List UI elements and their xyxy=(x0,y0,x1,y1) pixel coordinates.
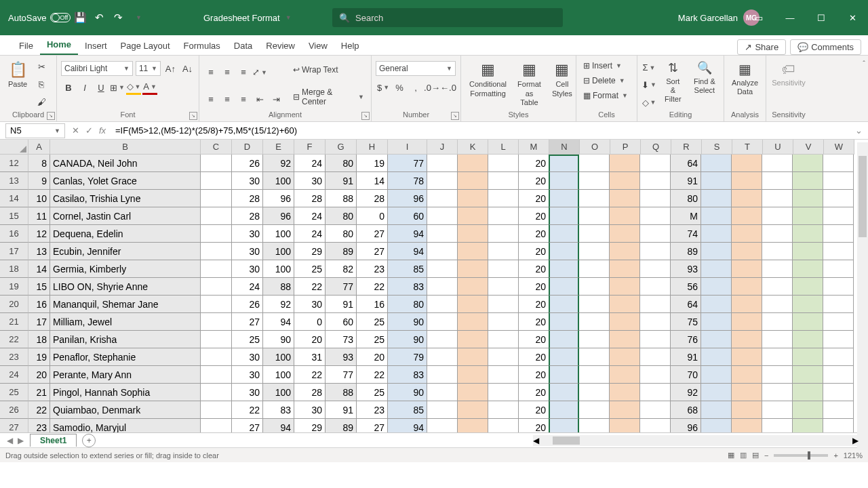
cell[interactable]: 92 xyxy=(263,155,294,172)
cell[interactable]: 0 xyxy=(294,313,326,331)
cell[interactable]: 96 xyxy=(263,207,294,225)
cell[interactable] xyxy=(579,190,610,207)
cell[interactable]: 77 xyxy=(326,366,357,384)
cell[interactable] xyxy=(610,243,640,260)
cell[interactable]: 27 xyxy=(232,419,263,432)
number-format-select[interactable]: General▼ xyxy=(376,61,456,76)
cell[interactable]: 74 xyxy=(671,225,701,243)
cell[interactable]: 80 xyxy=(388,296,427,313)
cell[interactable] xyxy=(823,172,854,190)
cell[interactable]: 26 xyxy=(232,296,263,313)
cell[interactable]: 22 xyxy=(28,401,50,419)
cell[interactable]: 94 xyxy=(263,419,294,432)
cell[interactable] xyxy=(427,155,458,172)
cell[interactable] xyxy=(201,278,232,296)
cell[interactable] xyxy=(488,401,519,419)
cell[interactable]: 22 xyxy=(294,366,326,384)
cell[interactable]: 90 xyxy=(388,384,427,401)
cell[interactable] xyxy=(823,225,854,243)
col-header[interactable]: P xyxy=(610,140,641,155)
orientation-icon[interactable]: ⤢▼ xyxy=(252,65,267,80)
cell[interactable] xyxy=(458,401,488,419)
tab-help[interactable]: Help xyxy=(334,37,366,55)
cell[interactable] xyxy=(549,155,579,172)
cell[interactable] xyxy=(732,296,762,313)
cell[interactable] xyxy=(549,278,579,296)
cell[interactable]: Dequena, Edelin xyxy=(50,225,201,243)
cell[interactable] xyxy=(610,296,640,313)
cell[interactable] xyxy=(732,207,762,225)
cell[interactable] xyxy=(732,401,762,419)
cell[interactable]: 17 xyxy=(28,313,50,331)
border-icon[interactable]: ⊞▼ xyxy=(110,80,125,95)
cell[interactable] xyxy=(579,366,610,384)
cell[interactable] xyxy=(458,225,488,243)
cell[interactable] xyxy=(640,313,671,331)
cell[interactable] xyxy=(640,401,671,419)
cell[interactable]: 100 xyxy=(263,172,294,190)
cell[interactable] xyxy=(701,207,732,225)
percent-icon[interactable]: % xyxy=(392,80,407,95)
cell[interactable]: 28 xyxy=(294,190,326,207)
cell[interactable] xyxy=(701,172,732,190)
col-header[interactable]: F xyxy=(294,140,326,155)
close-icon[interactable]: ✕ xyxy=(837,0,868,35)
cell[interactable] xyxy=(793,419,823,432)
cell[interactable] xyxy=(201,348,232,366)
align-bottom-icon[interactable]: ≡ xyxy=(236,65,251,80)
row-header[interactable]: 20 xyxy=(0,296,28,313)
cell[interactable] xyxy=(201,401,232,419)
cell[interactable] xyxy=(549,260,579,278)
cell[interactable] xyxy=(793,331,823,348)
cell[interactable] xyxy=(732,278,762,296)
col-header[interactable]: G xyxy=(326,140,357,155)
row-header[interactable]: 17 xyxy=(0,243,28,260)
fill-icon[interactable]: ⬇▼ xyxy=(642,77,656,92)
cell[interactable] xyxy=(579,225,610,243)
cell[interactable]: 60 xyxy=(326,313,357,331)
cell[interactable]: 100 xyxy=(263,384,294,401)
ribbon-display-icon[interactable]: ▭ xyxy=(743,0,774,35)
cell[interactable]: 75 xyxy=(671,313,701,331)
cell[interactable] xyxy=(488,225,519,243)
col-header[interactable]: U xyxy=(763,140,793,155)
cell[interactable]: 20 xyxy=(294,331,326,348)
cell[interactable]: 88 xyxy=(326,190,357,207)
cell[interactable] xyxy=(201,296,232,313)
cell[interactable] xyxy=(640,155,671,172)
cell[interactable] xyxy=(640,172,671,190)
row-header[interactable]: 19 xyxy=(0,278,28,296)
cell[interactable] xyxy=(579,296,610,313)
cell[interactable] xyxy=(793,313,823,331)
copy-icon[interactable]: ⎘ xyxy=(34,77,49,92)
cell[interactable] xyxy=(579,278,610,296)
cell[interactable]: 15 xyxy=(28,278,50,296)
cell[interactable] xyxy=(610,260,640,278)
decrease-indent-icon[interactable]: ⇤ xyxy=(252,92,267,106)
cell[interactable] xyxy=(488,155,519,172)
cell[interactable]: 16 xyxy=(357,296,388,313)
row-header[interactable]: 25 xyxy=(0,384,28,401)
increase-decimal-icon[interactable]: .0→ xyxy=(425,80,439,95)
cell[interactable] xyxy=(549,296,579,313)
cell[interactable]: 28 xyxy=(294,384,326,401)
cell[interactable]: 93 xyxy=(671,260,701,278)
cell[interactable]: 20 xyxy=(519,384,549,401)
cell[interactable] xyxy=(488,207,519,225)
tab-view[interactable]: View xyxy=(302,37,334,55)
col-header[interactable]: E xyxy=(263,140,294,155)
cell[interactable]: 20 xyxy=(519,190,549,207)
cell[interactable] xyxy=(549,384,579,401)
cell[interactable] xyxy=(793,348,823,366)
cell[interactable] xyxy=(427,278,458,296)
format-button[interactable]: ▦Format▼ xyxy=(580,89,633,102)
cell[interactable]: 30 xyxy=(232,366,263,384)
cell[interactable] xyxy=(427,296,458,313)
align-middle-icon[interactable]: ≡ xyxy=(220,65,235,80)
cell[interactable] xyxy=(549,313,579,331)
col-header[interactable]: T xyxy=(732,140,763,155)
cell[interactable]: 20 xyxy=(519,331,549,348)
cell[interactable] xyxy=(610,225,640,243)
cell[interactable] xyxy=(610,348,640,366)
cell[interactable] xyxy=(823,313,854,331)
